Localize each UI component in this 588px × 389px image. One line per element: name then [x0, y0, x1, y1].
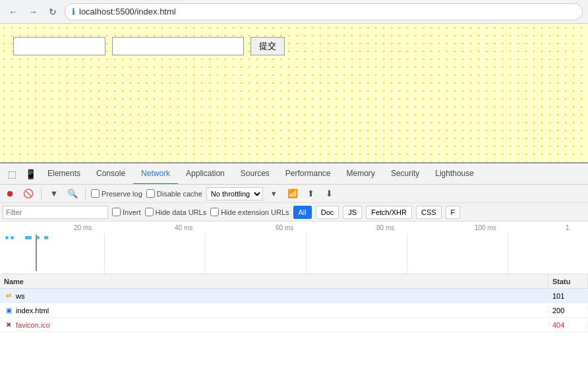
- th-status: Statu: [548, 274, 588, 288]
- wifi-icon[interactable]: 📶: [285, 187, 300, 201]
- devtools-tabs-bar: ⬚ 📱 Elements Console Network Application…: [0, 164, 588, 185]
- ruler-mark-80: 80 ms: [376, 222, 394, 233]
- tab-lighthouse[interactable]: Lighthouse: [427, 164, 482, 185]
- filter-doc-button[interactable]: Doc: [316, 206, 339, 219]
- toolbar-separator-2: [85, 188, 86, 200]
- table-header: Name Statu: [0, 274, 588, 289]
- html-icon: ▣: [4, 307, 13, 314]
- filter-bar: Invert Hide data URLs Hide extension URL…: [0, 203, 588, 222]
- url-text: localhost:5500/index.html: [79, 7, 176, 16]
- disable-cache-checkbox[interactable]: [146, 189, 155, 198]
- ruler-mark-20: 20 ms: [74, 222, 92, 233]
- td-ws-status: 101: [548, 292, 588, 300]
- invert-checkbox[interactable]: [112, 208, 121, 216]
- tab-application[interactable]: Application: [178, 164, 233, 185]
- tab-performance[interactable]: Performance: [278, 164, 339, 185]
- clear-button[interactable]: 🚫: [21, 187, 36, 201]
- error-icon: ✖: [4, 321, 13, 328]
- hide-extension-urls-text: Hide extension URLs: [221, 208, 289, 216]
- filter-font-button[interactable]: F: [446, 206, 461, 219]
- index-name-text: index.html: [16, 307, 49, 314]
- table-row[interactable]: ⇄ ws 101: [0, 289, 588, 303]
- tab-console[interactable]: Console: [88, 164, 133, 185]
- ruler-line-40: [205, 233, 206, 274]
- filter-js-button[interactable]: JS: [343, 206, 362, 219]
- record-stop-button[interactable]: ⏺: [3, 187, 17, 201]
- hide-data-urls-text: Hide data URLs: [156, 208, 207, 216]
- td-favicon-name: ✖ favicon.ico: [0, 321, 548, 329]
- page-input-2[interactable]: [112, 37, 244, 55]
- browser-toolbar: ← → ↻ ℹ localhost:5500/index.html: [0, 0, 588, 24]
- hide-extension-urls-label[interactable]: Hide extension URLs: [210, 208, 289, 216]
- timeline-dot-5: [44, 236, 48, 239]
- disable-cache-text: Disable cache: [157, 190, 202, 198]
- network-timeline: 20 ms 40 ms 60 ms 80 ms 100 ms 1.: [0, 222, 588, 274]
- tab-network[interactable]: Network: [133, 164, 178, 185]
- preserve-log-label[interactable]: Preserve log: [91, 189, 142, 198]
- th-name: Name: [0, 274, 548, 288]
- td-index-status: 200: [548, 307, 588, 314]
- filter-input[interactable]: [3, 206, 108, 219]
- page-content: 提交: [0, 24, 588, 162]
- ruler-mark-100: 100 ms: [475, 222, 496, 233]
- devtools-inspect-icon[interactable]: ⬚: [3, 165, 21, 183]
- favicon-name-text: favicon.ico: [16, 321, 50, 329]
- devtools-panel: ⬚ 📱 Elements Console Network Application…: [0, 162, 588, 389]
- tab-security[interactable]: Security: [383, 164, 427, 185]
- ruler-mark-40: 40 ms: [175, 222, 192, 233]
- ruler-line-80: [407, 233, 407, 274]
- submit-button[interactable]: 提交: [250, 37, 285, 55]
- hide-data-urls-label[interactable]: Hide data URLs: [145, 208, 207, 216]
- throttle-select[interactable]: No throttling Fast 3G Slow 3G: [206, 187, 263, 200]
- export-icon[interactable]: ⬇: [322, 187, 337, 201]
- timeline-dot-2: [11, 236, 14, 239]
- timeline-dots: [5, 236, 48, 239]
- info-icon: ℹ: [72, 7, 75, 16]
- table-row[interactable]: ▣ index.html 200: [0, 303, 588, 318]
- td-favicon-status: 404: [548, 321, 588, 329]
- invert-text: Invert: [123, 208, 141, 216]
- filter-toggle-button[interactable]: ▼: [47, 187, 61, 201]
- ruler-line-60: [306, 233, 307, 274]
- ruler-mark-1: 1.: [566, 222, 571, 233]
- filter-all-button[interactable]: All: [293, 206, 312, 219]
- tab-elements[interactable]: Elements: [40, 164, 88, 185]
- td-index-name: ▣ index.html: [0, 307, 548, 314]
- tab-memory[interactable]: Memory: [339, 164, 383, 185]
- ruler-line-20: [104, 233, 105, 274]
- hide-extension-urls-checkbox[interactable]: [210, 208, 219, 216]
- network-table: Name Statu ⇄ ws 101 ▣ index.html 200 ✖ f…: [0, 274, 588, 389]
- preserve-log-checkbox[interactable]: [91, 189, 100, 198]
- preserve-log-text: Preserve log: [102, 190, 142, 198]
- td-ws-name: ⇄ ws: [0, 292, 548, 300]
- address-bar[interactable]: ℹ localhost:5500/index.html: [65, 3, 583, 20]
- timeline-cursor: [36, 235, 37, 271]
- filter-css-button[interactable]: CSS: [416, 206, 442, 219]
- disable-cache-label[interactable]: Disable cache: [146, 189, 202, 198]
- tab-sources[interactable]: Sources: [233, 164, 278, 185]
- invert-label[interactable]: Invert: [112, 208, 141, 216]
- filter-fetch-xhr-button[interactable]: Fetch/XHR: [366, 206, 412, 219]
- toolbar-separator-1: [41, 188, 42, 200]
- network-toolbar: ⏺ 🚫 ▼ 🔍 Preserve log Disable cache No th…: [0, 185, 588, 203]
- forward-button[interactable]: →: [25, 4, 41, 20]
- import-icon[interactable]: ⬆: [304, 187, 318, 201]
- hide-data-urls-checkbox[interactable]: [145, 208, 154, 216]
- page-input-1[interactable]: [13, 37, 105, 55]
- timeline-dot-3: [25, 236, 32, 239]
- devtools-responsive-icon[interactable]: 📱: [21, 165, 40, 183]
- ws-icon: ⇄: [4, 292, 13, 299]
- ruler-mark-60: 60 ms: [276, 222, 293, 233]
- table-row[interactable]: ✖ favicon.ico 404: [0, 318, 588, 332]
- chevron-down-icon[interactable]: ▾: [267, 187, 281, 201]
- ruler-line-100: [508, 233, 508, 274]
- reload-button[interactable]: ↻: [45, 4, 61, 20]
- search-button[interactable]: 🔍: [65, 187, 80, 201]
- ws-name-text: ws: [16, 292, 24, 300]
- timeline-dot-1: [5, 236, 9, 239]
- back-button[interactable]: ←: [5, 4, 21, 20]
